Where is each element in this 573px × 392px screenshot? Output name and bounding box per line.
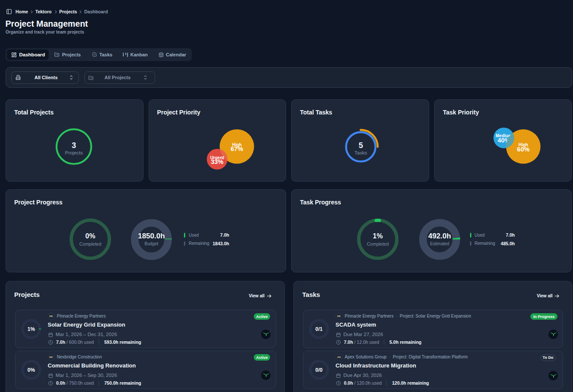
svg-text:33%: 33% — [211, 158, 223, 165]
svg-text:67%: 67% — [230, 145, 243, 152]
svg-text:60%: 60% — [517, 146, 529, 153]
